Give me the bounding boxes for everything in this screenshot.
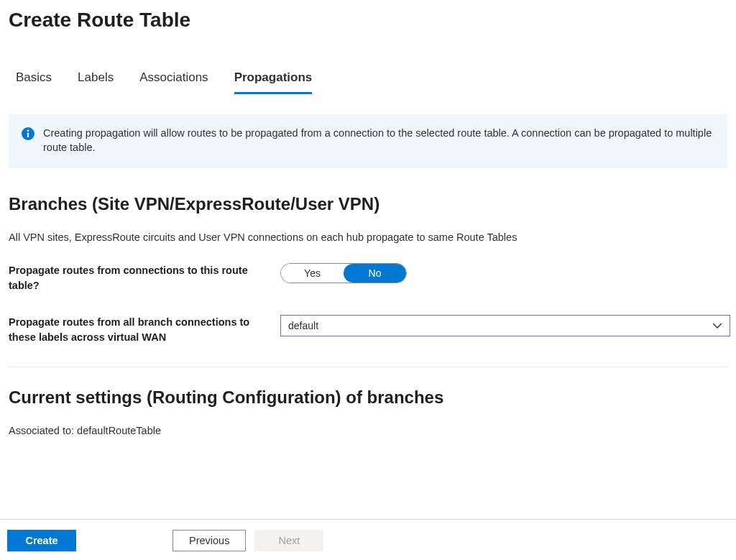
associated-to-value: defaultRouteTable [77,425,161,436]
labels-dropdown-label: Propagate routes from all branch connect… [9,315,280,345]
info-icon [22,127,34,140]
labels-dropdown[interactable]: default [280,315,730,336]
info-banner: Creating propagation will allow routes t… [9,114,727,168]
propagate-toggle[interactable]: Yes No [280,263,407,283]
labels-dropdown-value: default [288,320,318,331]
info-text: Creating propagation will allow routes t… [43,126,714,155]
wizard-footer: Create Previous Next [0,519,736,560]
propagate-toggle-label: Propagate routes from connections to thi… [9,263,280,293]
toggle-option-yes[interactable]: Yes [281,264,344,283]
section-divider [9,367,727,367]
tab-associations[interactable]: Associations [139,66,208,94]
svg-rect-1 [27,132,29,137]
current-settings-heading: Current settings (Routing Configuration)… [9,387,727,408]
page-title: Create Route Table [9,9,727,32]
next-button: Next [254,530,323,551]
previous-button[interactable]: Previous [172,530,246,551]
branches-description: All VPN sites, ExpressRoute circuits and… [9,231,727,243]
tab-propagations[interactable]: Propagations [234,66,313,94]
create-button[interactable]: Create [7,530,76,551]
tab-basics[interactable]: Basics [16,66,52,94]
tab-labels[interactable]: Labels [78,66,114,94]
toggle-option-no[interactable]: No [344,264,406,283]
chevron-down-icon [712,321,722,331]
tab-bar: Basics Labels Associations Propagations [9,66,727,94]
associated-to-label: Associated to: [9,425,74,436]
branches-heading: Branches (Site VPN/ExpressRoute/User VPN… [9,194,727,214]
svg-point-2 [27,129,29,132]
associated-to-line: Associated to: defaultRouteTable [9,425,727,436]
